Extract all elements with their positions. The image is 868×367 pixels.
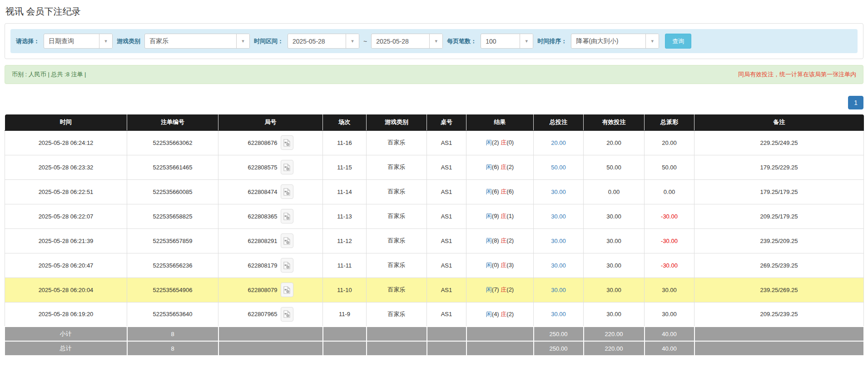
time-cell: 2025-05-28 06:23:32 — [5, 155, 127, 179]
video-replay-button[interactable] — [281, 307, 293, 322]
remark-cell: 209.25/239.25 — [694, 302, 864, 327]
table-row[interactable]: 2025-05-28 06:19:20 522535653640 6228079… — [5, 302, 864, 327]
table-no-cell: AS1 — [427, 130, 466, 155]
table-no-cell: AS1 — [427, 155, 466, 179]
page-root: 视讯 会员下注纪录 请选择： 日期查询 ▾ 游戏类别 百家乐 ▾ 时间区间： 2… — [0, 5, 868, 356]
player-result-score: (4) — [492, 311, 499, 317]
game-cell: 百家乐 — [367, 204, 427, 228]
summary-bar: 币别 : 人民币 | 总共 :8 注单 | 同局有效投注，统一计算在该局第一张注… — [5, 65, 863, 84]
chevron-down-icon[interactable]: ▾ — [645, 34, 659, 48]
chevron-down-icon[interactable]: ▾ — [346, 34, 359, 48]
table-row[interactable]: 2025-05-28 06:20:47 522535656236 6228081… — [5, 253, 864, 278]
summary-row-label: 总计 — [5, 341, 127, 356]
video-replay-button[interactable] — [281, 233, 293, 248]
bet-id-cell: 522535660085 — [127, 179, 218, 204]
total-bet-link[interactable]: 20.00 — [551, 139, 566, 146]
round-id-cell: 622808676 — [218, 130, 323, 155]
round-id-cell: 622808474 — [218, 179, 323, 204]
date-to-value: 2025-05-28 — [372, 38, 429, 45]
filter-bar: 请选择： 日期查询 ▾ 游戏类别 百家乐 ▾ 时间区间： 2025-05-28 … — [10, 29, 858, 53]
player-result-score: (6) — [492, 188, 499, 195]
summary-payout: 40.00 — [645, 341, 694, 356]
table-row[interactable]: 2025-05-28 06:20:04 522535654906 6228080… — [5, 278, 864, 302]
round-id-cell: 622807965 — [218, 302, 323, 327]
video-replay-button[interactable] — [281, 209, 293, 223]
pagination-page-1-button[interactable]: 1 — [848, 96, 863, 109]
valid-bet-cell: 20.00 — [584, 130, 645, 155]
table-row[interactable]: 2025-05-28 06:21:39 522535657859 6228082… — [5, 228, 864, 253]
video-file-icon — [283, 262, 290, 269]
banker-result-label: 庄 — [501, 188, 506, 195]
valid-bet-cell: 30.00 — [584, 204, 645, 228]
filter-panel: 请选择： 日期查询 ▾ 游戏类别 百家乐 ▾ 时间区间： 2025-05-28 … — [5, 23, 863, 59]
remark-cell: 179.25/229.25 — [694, 155, 864, 179]
chevron-down-icon[interactable]: ▾ — [236, 34, 249, 48]
video-replay-button[interactable] — [281, 160, 293, 174]
table-row[interactable]: 2025-05-28 06:22:07 522535658825 6228083… — [5, 204, 864, 228]
date-range-separator: ~ — [363, 38, 367, 45]
page-size-select[interactable]: 100 ▾ — [481, 34, 533, 49]
currency-summary-text: 币别 : 人民币 | 总共 :8 注单 | — [12, 70, 86, 79]
session-cell: 11-14 — [323, 179, 367, 204]
pagination: 1 — [5, 96, 863, 109]
total-bet-link[interactable]: 30.00 — [551, 213, 566, 220]
column-header-table-no: 桌号 — [427, 114, 466, 130]
remark-cell: 179.25/179.25 — [694, 179, 864, 204]
game-cell: 百家乐 — [367, 130, 427, 155]
payout-cell: 30.00 — [645, 302, 694, 327]
table-no-cell: AS1 — [427, 253, 466, 278]
payout-cell: 30.00 — [645, 278, 694, 302]
valid-bet-cell: 50.00 — [584, 155, 645, 179]
round-id-value: 622808474 — [248, 188, 277, 195]
table-row[interactable]: 2025-05-28 06:24:12 522535663062 6228086… — [5, 130, 864, 155]
summary-row-label: 小计 — [5, 327, 127, 341]
query-type-select[interactable]: 日期查询 ▾ — [44, 34, 113, 49]
player-result-label: 闲 — [486, 262, 492, 268]
total-bet-cell: 30.00 — [534, 253, 584, 278]
round-id-value: 622808575 — [248, 164, 277, 171]
banker-result-label: 庄 — [501, 139, 506, 146]
column-header-valid-bet: 有效投注 — [584, 114, 645, 130]
total-bet-link[interactable]: 30.00 — [551, 311, 566, 317]
total-bet-cell: 30.00 — [534, 228, 584, 253]
round-id-value: 622808676 — [248, 139, 277, 146]
video-file-icon — [283, 213, 290, 220]
banker-result-label: 庄 — [501, 311, 506, 317]
bet-id-cell: 522535654906 — [127, 278, 218, 302]
chevron-down-icon[interactable]: ▾ — [520, 34, 533, 48]
query-button[interactable]: 查询 — [665, 34, 691, 49]
valid-bet-cell: 30.00 — [584, 253, 645, 278]
bet-id-cell: 522535653640 — [127, 302, 218, 327]
remark-cell: 239.25/269.25 — [694, 278, 864, 302]
column-header-session: 场次 — [323, 114, 367, 130]
video-replay-button[interactable] — [281, 283, 293, 297]
video-replay-button[interactable] — [281, 258, 293, 273]
total-bet-link[interactable]: 30.00 — [551, 188, 566, 195]
table-row[interactable]: 2025-05-28 06:23:32 522535661465 6228085… — [5, 155, 864, 179]
round-id-cell: 622808179 — [218, 253, 323, 278]
round-id-value: 622808365 — [248, 213, 277, 220]
valid-bet-cell: 30.00 — [584, 278, 645, 302]
date-from-select[interactable]: 2025-05-28 ▾ — [288, 34, 359, 49]
payout-cell: 0.00 — [645, 179, 694, 204]
total-bet-link[interactable]: 30.00 — [551, 287, 566, 293]
result-cell: 闲(6) 庄(2) — [466, 155, 534, 179]
total-bet-link[interactable]: 30.00 — [551, 238, 566, 244]
game-cell: 百家乐 — [367, 155, 427, 179]
time-sort-select[interactable]: 降幂(由大到小) ▾ — [571, 34, 659, 49]
game-category-value: 百家乐 — [145, 37, 236, 45]
player-result-label: 闲 — [486, 188, 492, 195]
total-bet-link[interactable]: 30.00 — [551, 262, 566, 269]
chevron-down-icon[interactable]: ▾ — [429, 34, 442, 48]
total-bet-link[interactable]: 50.00 — [551, 164, 566, 171]
game-category-select[interactable]: 百家乐 ▾ — [144, 34, 250, 49]
total-bet-cell: 30.00 — [534, 278, 584, 302]
round-id-value: 622808291 — [248, 238, 277, 244]
table-row[interactable]: 2025-05-28 06:22:51 522535660085 6228084… — [5, 179, 864, 204]
video-replay-button[interactable] — [281, 135, 293, 150]
date-to-select[interactable]: 2025-05-28 ▾ — [371, 34, 443, 49]
payout-cell: -30.00 — [645, 253, 694, 278]
chevron-down-icon[interactable]: ▾ — [99, 34, 112, 48]
column-header-bet-id: 注单编号 — [127, 114, 218, 130]
video-replay-button[interactable] — [281, 184, 293, 199]
